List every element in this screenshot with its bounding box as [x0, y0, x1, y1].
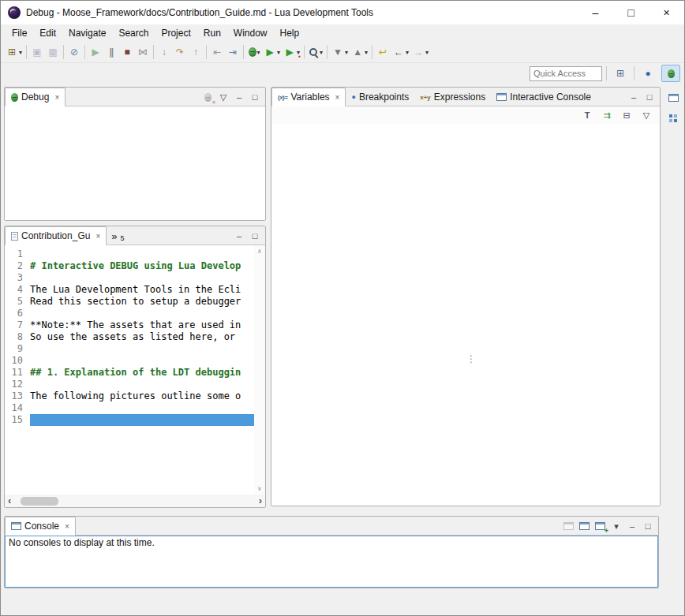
drag-handle[interactable]: ⋮	[466, 353, 476, 364]
run-button[interactable]: ▶▾	[262, 43, 282, 61]
previous-annotation-dropdown-arrow[interactable]: ▾	[365, 49, 368, 56]
code-line[interactable]: So use the assets as listed here, or	[30, 331, 254, 343]
code-line[interactable]: # Interactive DEBUG using Lua Develop	[30, 260, 254, 272]
tab-variables[interactable]: (x)=Variables×	[271, 88, 346, 106]
line-number[interactable]: 2	[5, 260, 30, 272]
menu-window[interactable]: Window	[227, 26, 274, 40]
debug-icon	[249, 47, 256, 57]
debug-dropdown-arrow[interactable]: ▾	[257, 49, 260, 56]
minimize-view-button[interactable]: –	[627, 90, 641, 104]
tab-expressions[interactable]: x+yExpressions	[414, 88, 491, 106]
back-dropdown-arrow[interactable]: ▾	[406, 49, 409, 56]
open-perspective-button[interactable]: ⊞	[611, 65, 630, 82]
tab-contribution-guide[interactable]: Contribution_Gu ×	[5, 226, 107, 245]
tab-console[interactable]: Console ×	[5, 517, 76, 536]
scroll-up-icon[interactable]: ∧	[257, 248, 262, 255]
drop-to-frame-button[interactable]: ⇤	[209, 43, 225, 61]
line-number[interactable]: 7	[5, 319, 30, 331]
minimize-view-button[interactable]: –	[625, 519, 639, 533]
previous-annotation-button[interactable]: ▲▾	[350, 43, 369, 61]
menu-run[interactable]: Run	[197, 26, 227, 40]
outline-view-button[interactable]	[664, 110, 682, 126]
collapse-all-button[interactable]: ⊟	[619, 108, 634, 122]
skip-all-breakpoints-button[interactable]: ⊘	[66, 43, 82, 61]
plus-overlay-icon: +	[605, 527, 608, 535]
close-tab-icon[interactable]: ×	[95, 232, 100, 241]
maximize-view-button[interactable]: □	[248, 90, 262, 104]
open-console-dropdown-arrow[interactable]: ▾	[609, 519, 623, 533]
open-console-button[interactable]: +	[593, 519, 607, 533]
display-selected-console-button[interactable]	[577, 519, 591, 533]
grid-icon	[669, 114, 677, 122]
code-line[interactable]: **Note:** The assets that are used in	[30, 319, 254, 331]
menu-edit[interactable]: Edit	[33, 26, 62, 40]
editor-tab-overflow[interactable]: » 5	[107, 226, 129, 245]
minimize-view-button[interactable]: –	[232, 90, 246, 104]
menu-file[interactable]: File	[6, 26, 33, 40]
new-dropdown-arrow[interactable]: ▾	[19, 49, 22, 56]
line-number[interactable]: 5	[5, 296, 30, 308]
back-button[interactable]: ←▾	[391, 43, 410, 61]
debug-view-content[interactable]	[5, 106, 265, 220]
remove-terminated-button[interactable]: ×	[200, 90, 215, 104]
window-minimize-button[interactable]: –	[578, 1, 613, 24]
line-number[interactable]: 3	[5, 272, 30, 284]
menu-help[interactable]: Help	[274, 26, 306, 40]
show-logical-structures-button[interactable]: ⇉	[600, 108, 614, 122]
window-close-button[interactable]: ×	[649, 1, 684, 24]
search-dropdown-arrow[interactable]: ▾	[320, 49, 323, 56]
run-dropdown-arrow[interactable]: ▾	[277, 49, 280, 56]
window-maximize-button[interactable]: □	[613, 1, 649, 24]
save-button[interactable]: ▣	[29, 43, 45, 61]
close-tab-icon[interactable]: ×	[54, 93, 59, 102]
code-line[interactable]	[30, 248, 254, 260]
disconnect-button[interactable]: ⋈	[135, 43, 151, 61]
forward-dropdown-arrow[interactable]: ▾	[425, 49, 429, 56]
minimize-view-button[interactable]: –	[232, 229, 246, 243]
save-all-button[interactable]: ▦	[45, 43, 61, 61]
resume-button[interactable]: ▶	[88, 43, 103, 61]
forward-button[interactable]: →▾	[410, 43, 430, 61]
open-console-page-button[interactable]	[561, 519, 575, 533]
quick-access-input[interactable]: Quick Access	[530, 66, 602, 81]
menu-search[interactable]: Search	[112, 26, 155, 40]
maximize-view-button[interactable]: □	[641, 519, 655, 533]
view-menu-button[interactable]: ▽	[216, 90, 230, 104]
line-number[interactable]: 8	[5, 331, 30, 343]
lua-perspective-button[interactable]: ●	[638, 65, 657, 82]
maximize-view-button[interactable]: □	[642, 90, 657, 104]
external-tools-button[interactable]: ▶▪▾	[282, 43, 301, 61]
line-number[interactable]: 1	[5, 248, 30, 260]
close-tab-icon[interactable]: ×	[65, 522, 69, 531]
last-edit-location-button[interactable]: ↩	[375, 43, 391, 61]
tab-breakpoints[interactable]: ●Breakpoints	[346, 88, 414, 106]
code-line[interactable]: Read this section to setup a debugger	[30, 296, 254, 308]
maximize-view-button[interactable]: □	[248, 229, 262, 243]
menu-project[interactable]: Project	[155, 26, 197, 40]
use-step-filters-button[interactable]: ⇥	[225, 43, 241, 61]
view-menu-button[interactable]: ▽	[639, 108, 653, 122]
next-annotation-dropdown-arrow[interactable]: ▾	[345, 49, 348, 56]
line-number[interactable]: 4	[5, 284, 30, 296]
step-into-button[interactable]: ↓	[156, 43, 172, 61]
suspend-button[interactable]: ∥	[103, 43, 119, 61]
show-type-names-button[interactable]: T	[580, 108, 594, 122]
code-line[interactable]	[30, 272, 254, 284]
debug-perspective-button[interactable]	[661, 65, 680, 82]
tab-interactive-console[interactable]: Interactive Console	[491, 88, 597, 106]
close-tab-icon[interactable]: ×	[335, 93, 340, 102]
step-return-button[interactable]: ↑	[188, 43, 204, 61]
code-line[interactable]: The Lua Development Tools in the Ecli	[30, 284, 254, 296]
step-over-button[interactable]: ↷	[172, 43, 188, 61]
next-annotation-button[interactable]: ▼▾	[330, 43, 350, 61]
restore-view-button[interactable]	[664, 90, 682, 106]
code-line[interactable]	[30, 308, 254, 319]
terminate-button[interactable]: ■	[119, 43, 135, 61]
menu-navigate[interactable]: Navigate	[62, 26, 112, 40]
line-number[interactable]: 6	[5, 308, 30, 319]
search-button[interactable]: ▾	[307, 43, 324, 61]
tab-label: Console	[24, 521, 59, 532]
new-button[interactable]: ⊞▾	[4, 43, 24, 61]
tab-debug[interactable]: Debug ×	[5, 88, 66, 106]
debug-button[interactable]: ▾	[246, 43, 262, 61]
